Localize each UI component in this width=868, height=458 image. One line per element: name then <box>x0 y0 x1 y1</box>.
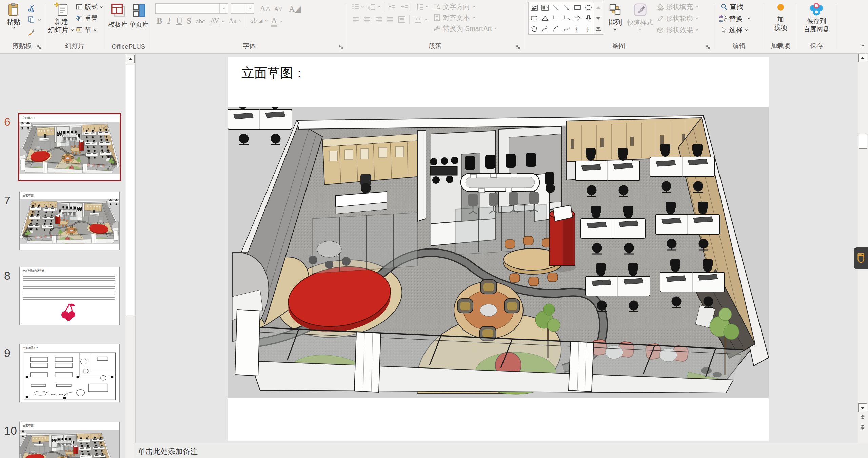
bullets-chevron-icon[interactable] <box>360 5 365 9</box>
drawing-dialog-launcher[interactable] <box>706 45 711 50</box>
copy-chevron-icon[interactable] <box>37 18 42 22</box>
font-dialog-launcher[interactable] <box>338 45 344 50</box>
quick-styles-button[interactable]: 快速样式 <box>626 2 654 32</box>
align-left-button[interactable] <box>352 16 360 24</box>
slide-thumbnail-9[interactable]: 平面布置图2 <box>19 344 120 402</box>
thumbnail-scrollbar-thumb[interactable] <box>126 65 134 315</box>
slide-thumbnail-10[interactable]: 立面草图： <box>19 422 120 458</box>
slide-thumbnail-8[interactable]: 平面布置图方案详解 <box>19 267 120 325</box>
clipboard-dialog-launcher[interactable] <box>37 45 42 50</box>
shape-gallery-scroll[interactable] <box>594 2 603 35</box>
shape-vertical-textbox-icon[interactable] <box>541 4 549 12</box>
increase-indent-button[interactable] <box>400 3 409 11</box>
shrink-font-button[interactable]: A˅ <box>274 5 282 13</box>
font-size-chevron-icon[interactable] <box>246 4 254 13</box>
numbering-button[interactable] <box>368 3 376 11</box>
line-spacing-button[interactable] <box>416 3 424 11</box>
font-name-chevron-icon[interactable] <box>219 4 228 13</box>
scroll-down-button[interactable] <box>858 403 867 412</box>
layout-button[interactable]: 版式 <box>76 3 104 11</box>
paste-button[interactable]: 粘贴 <box>3 1 24 30</box>
numbering-chevron-icon[interactable] <box>377 5 381 9</box>
font-name-combobox[interactable] <box>155 3 228 14</box>
save-to-baidu-button[interactable]: 保存到 百度网盘 <box>800 1 833 33</box>
shape-arc-icon[interactable] <box>552 25 560 33</box>
shape-gallery-scroll-up[interactable] <box>594 2 603 13</box>
shape-line-arrow-icon[interactable] <box>563 4 571 12</box>
thumbnail-scrollbar[interactable] <box>125 54 135 458</box>
reset-button[interactable]: 重置 <box>76 15 98 23</box>
font-size-combobox[interactable] <box>231 3 254 14</box>
shape-effects-button[interactable]: 形状效果 <box>656 26 699 34</box>
shape-left-brace-icon[interactable] <box>574 25 581 33</box>
format-painter-button[interactable] <box>27 28 36 37</box>
clear-formatting-button[interactable]: A◢ <box>289 4 301 14</box>
shape-gallery-scroll-down[interactable] <box>594 13 603 23</box>
addins-button[interactable]: 加 载项 <box>768 4 793 32</box>
notes-placeholder[interactable]: 单击此处添加备注 <box>138 446 198 457</box>
shape-oval-icon[interactable] <box>585 4 592 12</box>
change-case-button[interactable]: Aa <box>229 17 242 25</box>
align-right-button[interactable] <box>375 16 383 24</box>
align-center-button[interactable] <box>363 16 371 24</box>
underline-button[interactable]: U <box>176 16 182 26</box>
strikethrough-button[interactable]: abc <box>196 18 205 25</box>
side-panel-flyout-button[interactable] <box>854 247 868 269</box>
shape-line-icon[interactable] <box>552 4 560 12</box>
shape-block-arrow-right-icon[interactable] <box>574 14 581 22</box>
shape-freeform-icon[interactable] <box>530 25 538 33</box>
shape-elbow-arrow-icon[interactable] <box>563 14 571 22</box>
bullets-button[interactable] <box>352 3 360 11</box>
next-slide-button[interactable] <box>860 424 866 430</box>
shape-curve-icon[interactable] <box>563 25 571 33</box>
collapse-ribbon-button[interactable] <box>859 43 867 48</box>
arrange-button[interactable]: 排列 <box>606 3 625 32</box>
shape-outline-button[interactable]: 形状轮廓 <box>656 14 699 22</box>
line-spacing-chevron-icon[interactable] <box>425 5 429 9</box>
cut-button[interactable] <box>27 4 36 12</box>
shape-rounded-rect-icon[interactable] <box>530 14 538 22</box>
shape-textbox-icon[interactable] <box>530 4 538 12</box>
template-library-button[interactable]: 模板库 <box>108 3 128 29</box>
columns-chevron-icon[interactable] <box>423 18 428 22</box>
main-scrollbar-thumb[interactable] <box>859 134 867 149</box>
paragraph-dialog-launcher[interactable] <box>516 45 521 50</box>
shape-gallery[interactable] <box>528 2 594 35</box>
shape-block-arrow-down-icon[interactable] <box>585 14 592 22</box>
shape-triangle-icon[interactable] <box>541 14 549 22</box>
find-button[interactable]: 查找 <box>720 3 743 11</box>
highlight-color-button[interactable]: ab◢ <box>250 17 269 24</box>
shape-rectangle-icon[interactable] <box>574 4 581 12</box>
shape-elbow-connector-icon[interactable] <box>552 14 560 22</box>
section-button[interactable]: 节 <box>76 26 97 34</box>
page-library-button[interactable]: 单页库 <box>129 3 149 29</box>
slide-title-textbox[interactable]: 立面草图： <box>241 64 306 82</box>
decrease-indent-button[interactable] <box>388 3 396 11</box>
text-shadow-button[interactable]: S <box>186 16 191 26</box>
shape-gallery-more[interactable] <box>594 24 603 34</box>
office-render-illustration[interactable] <box>228 107 769 398</box>
notes-pane[interactable]: 单击此处添加备注 <box>134 443 868 458</box>
thumbnail-scroll-up-button[interactable] <box>126 55 135 63</box>
columns-button[interactable] <box>414 16 422 24</box>
shape-right-brace-icon[interactable] <box>585 25 592 33</box>
character-spacing-button[interactable]: AV <box>210 17 225 25</box>
shape-fill-button[interactable]: 形状填充 <box>656 3 699 11</box>
slide-thumbnail-7[interactable]: 立面草图： <box>19 192 120 250</box>
previous-slide-button[interactable] <box>860 414 866 420</box>
text-direction-button[interactable]: 文字方向 <box>433 3 476 11</box>
grow-font-button[interactable]: A˄ <box>260 4 270 13</box>
new-slide-button[interactable]: 新建 幻灯片 <box>48 1 74 34</box>
slide-canvas[interactable]: 立面草图： <box>228 57 769 441</box>
replace-button[interactable]: 替换 <box>719 14 751 23</box>
select-button[interactable]: 选择 <box>719 26 749 34</box>
shape-scribble-icon[interactable] <box>541 25 549 33</box>
slide-thumbnail-6[interactable]: 立面草图： <box>18 113 121 181</box>
bold-button[interactable]: B <box>157 16 162 26</box>
copy-button[interactable] <box>27 16 36 24</box>
convert-smartart-button[interactable]: 转换为 SmartArt <box>433 24 498 33</box>
distribute-text-button[interactable] <box>398 16 406 24</box>
font-color-button[interactable]: A <box>271 16 283 27</box>
italic-button[interactable]: I <box>167 16 170 26</box>
align-text-button[interactable]: 对齐文本 <box>433 14 476 22</box>
